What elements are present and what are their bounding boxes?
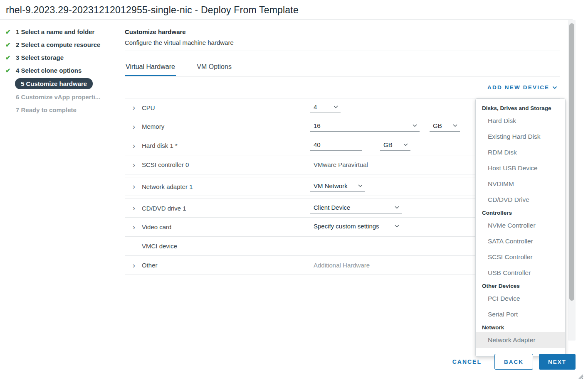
wizard-footer: CANCEL BACK NEXT bbox=[0, 354, 576, 370]
hardware-row-label: Video card bbox=[142, 223, 171, 231]
check-icon: ✔ bbox=[5, 54, 11, 61]
add-device-dropdown-menu: Disks, Drives and StorageHard DiskExisti… bbox=[475, 98, 566, 357]
unit-select[interactable]: GB bbox=[430, 121, 460, 132]
menu-item[interactable]: NVDIMM bbox=[476, 176, 565, 192]
vertical-scrollbar[interactable] bbox=[568, 20, 576, 341]
hardware-row-value: 16GB bbox=[310, 121, 460, 132]
chevron-right-icon[interactable]: › bbox=[133, 161, 142, 169]
value-select[interactable]: VM Network bbox=[310, 181, 365, 192]
value-input[interactable]: 40 bbox=[310, 140, 362, 151]
hardware-row-label: Network adapter 1 bbox=[142, 183, 193, 190]
unit-text: GB bbox=[433, 122, 442, 129]
chevron-down-icon bbox=[413, 124, 417, 127]
unit-text: GB bbox=[383, 141, 393, 148]
hardware-row-value: 40GB bbox=[310, 140, 410, 151]
wizard-step[interactable]: 5 Customize hardware bbox=[0, 77, 121, 91]
menu-item[interactable]: CD/DVD Drive bbox=[476, 192, 565, 208]
menu-item[interactable]: USB Controller bbox=[476, 265, 565, 281]
chevron-down-icon bbox=[358, 184, 363, 187]
wizard-step-label: 4 Select clone options bbox=[16, 67, 82, 74]
chevron-right-icon[interactable]: › bbox=[133, 123, 142, 130]
value-text: 4 bbox=[314, 103, 317, 110]
chevron-down-icon bbox=[334, 105, 338, 108]
chevron-right-icon[interactable]: › bbox=[133, 104, 142, 111]
wizard-step-label: 1 Select a name and folder bbox=[16, 28, 94, 35]
hardware-row-label: VMCI device bbox=[142, 243, 177, 250]
value-text: 40 bbox=[314, 141, 321, 148]
hardware-row-label: Memory bbox=[142, 123, 164, 130]
tab-bar: Virtual Hardware VM Options bbox=[125, 63, 560, 76]
check-icon: ✔ bbox=[5, 28, 11, 36]
chevron-down-icon bbox=[453, 124, 457, 127]
next-button[interactable]: NEXT bbox=[539, 354, 576, 370]
wizard-step[interactable]: 6 Customize vApp properti... bbox=[0, 91, 121, 103]
value-select[interactable]: Specify custom settings bbox=[310, 222, 402, 232]
value-static: Additional Hardware bbox=[310, 262, 370, 269]
value-text: Client Device bbox=[314, 204, 350, 211]
wizard-step[interactable]: ✔1 Select a name and folder bbox=[0, 25, 121, 38]
menu-item[interactable]: NVMe Controller bbox=[476, 218, 565, 233]
hardware-row-value: VM Network bbox=[310, 181, 365, 192]
hardware-row-value: Client Device bbox=[310, 203, 402, 213]
hardware-row-value: 4 bbox=[310, 103, 341, 113]
menu-item[interactable]: Host USB Device bbox=[476, 160, 565, 176]
wizard-step-label: 7 Ready to complete bbox=[16, 106, 77, 113]
value-select[interactable]: 4 bbox=[310, 103, 341, 113]
wizard-step[interactable]: ✔4 Select clone options bbox=[0, 64, 121, 77]
add-new-device-label: ADD NEW DEVICE bbox=[487, 84, 549, 91]
check-icon: ✔ bbox=[5, 67, 11, 74]
menu-item[interactable]: Network Adapter bbox=[476, 332, 565, 348]
wizard-steps-sidebar: ✔1 Select a name and folder✔2 Select a c… bbox=[0, 25, 121, 116]
wizard-step-label: 6 Customize vApp properti... bbox=[16, 93, 100, 101]
hardware-row-value: VMware Paravirtual bbox=[310, 161, 368, 168]
title-divider bbox=[0, 20, 573, 20]
tab-virtual-hardware[interactable]: Virtual Hardware bbox=[125, 63, 176, 76]
step-subtitle: Configure the virtual machine hardware bbox=[125, 39, 234, 46]
menu-group-header: Network bbox=[476, 322, 565, 332]
hardware-row-label: SCSI controller 0 bbox=[142, 161, 189, 168]
wizard-step[interactable]: ✔3 Select storage bbox=[0, 51, 121, 64]
chevron-right-icon[interactable]: › bbox=[133, 183, 142, 190]
value-text: 16 bbox=[314, 122, 321, 129]
scrollbar-thumb[interactable] bbox=[569, 23, 574, 301]
menu-group-header: Controllers bbox=[476, 208, 565, 218]
chevron-right-icon[interactable]: › bbox=[133, 223, 142, 231]
chevron-right-icon[interactable]: › bbox=[133, 142, 142, 150]
tab-vm-options[interactable]: VM Options bbox=[196, 63, 232, 75]
cancel-button[interactable]: CANCEL bbox=[452, 358, 482, 365]
value-select[interactable]: Client Device bbox=[310, 203, 402, 213]
add-new-device-button[interactable]: ADD NEW DEVICE bbox=[487, 84, 557, 91]
menu-item[interactable]: RDM Disk bbox=[476, 145, 565, 160]
chevron-right-icon[interactable]: › bbox=[133, 262, 142, 269]
back-button[interactable]: BACK bbox=[494, 354, 533, 370]
hardware-row-label: CD/DVD drive 1 bbox=[142, 205, 186, 212]
menu-group-header: Other Devices bbox=[476, 281, 565, 291]
resize-handle-icon[interactable] bbox=[577, 373, 584, 381]
value-text: VM Network bbox=[314, 182, 348, 189]
value-text: Specify custom settings bbox=[314, 223, 379, 230]
wizard-step[interactable]: 7 Ready to complete bbox=[0, 103, 121, 116]
hardware-row-label: CPU bbox=[142, 104, 155, 111]
wizard-step-label: 3 Select storage bbox=[16, 54, 64, 61]
hardware-row-label: Hard disk 1 * bbox=[142, 142, 178, 149]
menu-item[interactable]: Serial Port bbox=[476, 307, 565, 322]
menu-item[interactable]: Hard Disk bbox=[476, 113, 565, 129]
chevron-down-icon bbox=[403, 143, 408, 146]
menu-item[interactable]: SATA Controller bbox=[476, 233, 565, 249]
menu-group-header: Disks, Drives and Storage bbox=[476, 103, 565, 113]
menu-item[interactable]: SCSI Controller bbox=[476, 249, 565, 265]
chevron-down-icon bbox=[552, 86, 557, 89]
menu-item[interactable]: Existing Hard Disk bbox=[476, 129, 565, 145]
menu-item[interactable]: PCI Device bbox=[476, 291, 565, 307]
step-title: Customize hardware bbox=[125, 28, 186, 35]
value-select[interactable]: 16 bbox=[310, 121, 420, 132]
wizard-step-label: 2 Select a compute resource bbox=[16, 41, 100, 48]
page-title: rhel-9.2023.29-20231212012955-single-nic… bbox=[6, 5, 299, 16]
header-divider bbox=[125, 51, 560, 51]
wizard-step[interactable]: ✔2 Select a compute resource bbox=[0, 38, 121, 51]
unit-select[interactable]: GB bbox=[380, 140, 410, 151]
chevron-down-icon bbox=[395, 206, 399, 209]
wizard-step-label: 5 Customize hardware bbox=[15, 78, 93, 89]
chevron-right-icon[interactable]: › bbox=[133, 204, 142, 212]
chevron-down-icon bbox=[395, 225, 399, 228]
